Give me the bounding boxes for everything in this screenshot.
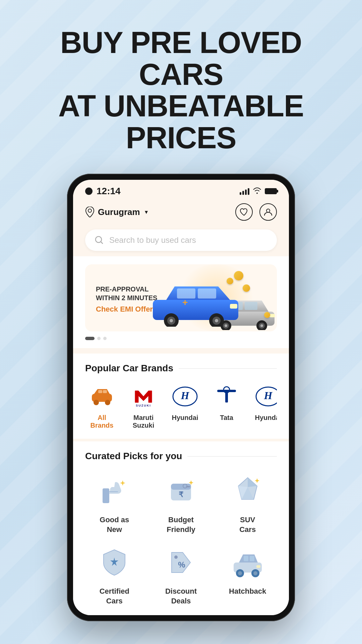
brands-section-header: Popular Car Brands	[85, 363, 277, 374]
hero-title-line1: BUY PRE LOVED CARS	[60, 26, 302, 91]
svg-rect-49	[244, 556, 248, 561]
budget-friendly-icon: ₹	[164, 474, 198, 508]
svg-point-26	[94, 400, 99, 405]
hatchback-label: Hatchback	[229, 587, 266, 596]
pick-hatchback[interactable]: Hatchback	[218, 542, 277, 606]
svg-rect-33	[217, 390, 236, 392]
hero-section: BUY PRE LOVED CARS AT UNBEATABLE PRICES	[0, 0, 362, 167]
svg-point-22	[260, 324, 263, 327]
svg-rect-50	[250, 556, 254, 561]
status-time: 12:14	[97, 186, 121, 197]
svg-text:%: %	[178, 560, 185, 569]
banner-title-line1: PRE-APPROVAL	[96, 285, 148, 293]
status-time-container: 12:14	[85, 186, 121, 197]
svg-rect-16	[269, 314, 275, 317]
wifi-icon	[253, 186, 261, 196]
signal-bars-icon	[240, 187, 249, 195]
all-brands-car-icon	[90, 386, 114, 407]
certified-icon	[98, 546, 131, 579]
suv-cars-icon	[231, 474, 264, 508]
section-divider-brands	[179, 368, 277, 369]
banner-section: PRE-APPROVAL WITHIN 2 MINUTES Check EMI …	[73, 256, 289, 348]
camera-dot	[85, 187, 93, 195]
hero-title: BUY PRE LOVED CARS AT UNBEATABLE PRICES	[20, 27, 342, 154]
suv-cars-label: SUVCars	[239, 515, 256, 534]
banner-dot-3[interactable]	[103, 337, 107, 340]
svg-point-46	[174, 555, 178, 559]
coin-4	[264, 312, 270, 318]
search-bar[interactable]: Search to buy used cars	[85, 229, 277, 251]
svg-rect-24	[98, 390, 102, 393]
budget-friendly-icon-container: ₹	[161, 471, 201, 511]
profile-icon	[264, 208, 273, 216]
phone-screen: 12:14	[73, 180, 289, 615]
search-container: Search to buy used cars	[73, 226, 289, 256]
brand-item-all[interactable]: All Brands	[85, 383, 119, 429]
curated-section: Curated Picks for you	[73, 441, 289, 615]
good-as-new-label: Good asNew	[100, 515, 129, 534]
brand-item-hyundai1[interactable]: H Hyundai	[168, 383, 202, 429]
discount-label: DiscountDeals	[165, 587, 197, 606]
brand-item-tata[interactable]: Tata	[210, 383, 243, 429]
battery-icon	[265, 188, 277, 194]
svg-point-0	[88, 209, 92, 212]
svg-rect-25	[103, 390, 107, 393]
pick-budget-friendly[interactable]: ₹ BudgetFriendly	[152, 471, 210, 534]
signal-bar-3	[245, 190, 247, 195]
status-icons	[240, 186, 277, 196]
hyundai1-logo: H	[170, 383, 200, 410]
coin-2	[227, 278, 233, 284]
banner-dots	[85, 337, 277, 340]
curated-picks-bottom: CertifiedCars %	[85, 542, 277, 606]
header-actions	[235, 203, 277, 221]
brand-item-maruti[interactable]: SUZUKI Maruti Suzuki	[127, 383, 160, 429]
banner-card[interactable]: PRE-APPROVAL WITHIN 2 MINUTES Check EMI …	[85, 264, 277, 331]
search-placeholder: Search to buy used cars	[109, 235, 196, 245]
app-header: Gurugram ▾	[73, 199, 289, 226]
banner-dot-2[interactable]	[97, 337, 101, 340]
hyundai2-label: Hyundai	[255, 414, 277, 422]
location-pin-icon	[85, 207, 95, 217]
svg-point-9	[170, 319, 173, 322]
hyundai2-logo-icon: H	[255, 386, 277, 408]
svg-text:H: H	[264, 389, 273, 401]
pick-suv-cars[interactable]: SUVCars	[218, 471, 277, 534]
wishlist-button[interactable]	[235, 203, 253, 221]
certified-icon-container	[94, 542, 134, 583]
hyundai1-logo-icon: H	[172, 386, 198, 408]
brands-section-title: Popular Car Brands	[85, 363, 173, 374]
profile-button[interactable]	[259, 203, 277, 221]
svg-rect-51	[256, 565, 260, 568]
hatchback-icon	[231, 546, 264, 579]
search-icon	[95, 235, 104, 245]
svg-rect-41	[186, 486, 190, 487]
svg-marker-43	[248, 478, 257, 487]
svg-rect-6	[230, 304, 237, 309]
tata-logo-container	[212, 383, 242, 410]
status-bar: 12:14	[73, 180, 289, 199]
signal-bar-1	[240, 192, 241, 195]
svg-point-1	[266, 209, 270, 212]
pick-discount[interactable]: % DiscountDeals	[152, 542, 210, 606]
location-name: Gurugram	[98, 207, 140, 217]
location-selector[interactable]: Gurugram ▾	[85, 207, 148, 217]
pick-certified[interactable]: CertifiedCars	[85, 542, 144, 606]
heart-icon	[240, 208, 248, 216]
coin-3	[243, 284, 250, 292]
coin-1	[234, 271, 243, 280]
discount-icon: %	[164, 546, 198, 579]
discount-icon-container: %	[161, 542, 201, 583]
svg-rect-5	[198, 288, 216, 299]
brands-row: All Brands SUZUKI Maruti Suzuki	[85, 383, 277, 429]
banner-title-line2: WITHIN 2 MINUTES	[96, 294, 157, 302]
maruti-logo-container: SUZUKI	[128, 383, 159, 410]
pick-good-as-new[interactable]: Good asNew	[85, 471, 144, 534]
brand-item-hyundai2[interactable]: H Hyundai	[251, 383, 277, 429]
curated-picks-grid: Good asNew ₹	[85, 471, 277, 534]
banner-dot-1[interactable]	[85, 337, 95, 340]
svg-point-12	[215, 319, 218, 322]
phone-wrapper: 12:14	[0, 167, 362, 641]
section-divider-curated	[187, 456, 277, 457]
hyundai1-label: Hyundai	[172, 414, 198, 422]
suv-cars-icon-container	[228, 471, 268, 511]
